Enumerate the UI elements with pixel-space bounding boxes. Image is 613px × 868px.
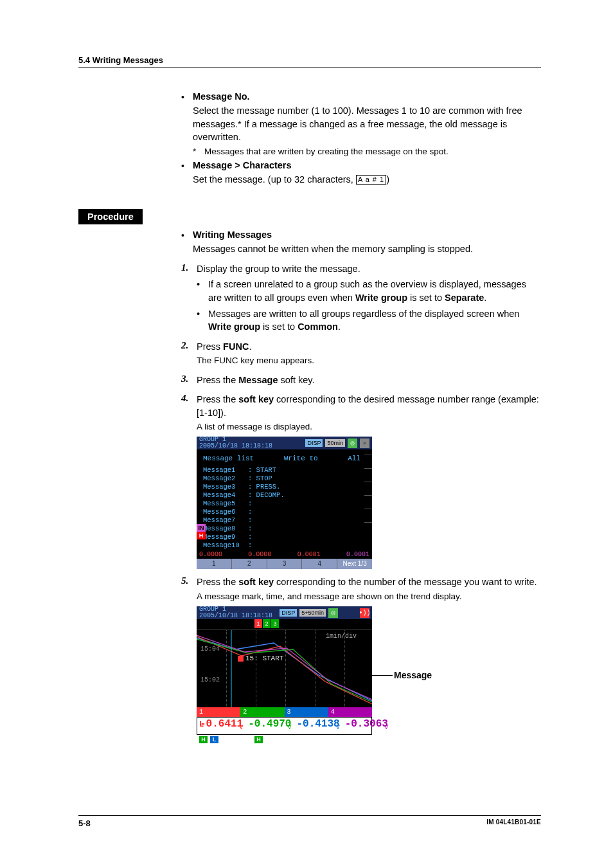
list-item: Message1: START — [203, 466, 368, 475]
titlebar: GROUP 1 2005/10/18 18:18:18 DISP 5+50min… — [197, 606, 372, 619]
screenshot-message-list: GROUP 1 2005/10/18 18:18:18 DISP 50min ◎… — [197, 437, 372, 569]
value-row: 0.0000 0.0000 0.0001 0.0001 — [197, 550, 372, 559]
softkey-next[interactable]: Next 1/3 — [337, 559, 372, 569]
h-badge: H — [254, 736, 263, 743]
step-number: 5. — [181, 575, 197, 602]
in-badge: IN — [197, 524, 206, 532]
step-number: 4. — [181, 393, 197, 433]
footnote-text: Messages that are written by creating th… — [204, 147, 449, 156]
list-item: Message9: — [203, 533, 368, 541]
bullet-icon: • — [197, 278, 208, 304]
bullet-icon: • — [181, 160, 193, 172]
trend-lines — [197, 630, 372, 707]
softkey-row: 1 2 3 4 Next 1/3 — [197, 559, 372, 569]
softkey[interactable]: 3 — [267, 559, 303, 569]
step-5-text: Press the soft key corresponding to the … — [197, 575, 541, 602]
disp-badge: DISP — [305, 439, 323, 447]
list-item: Message7: — [203, 516, 368, 525]
bullet-icon: • — [197, 307, 208, 334]
rec-icon: •)) — [360, 608, 369, 618]
text-message-no: Select the message number (1 to 100). Me… — [193, 104, 541, 144]
heading-message-characters: Message > Characters — [193, 160, 292, 172]
text-writing-messages: Messages cannot be written when the memo… — [193, 242, 541, 256]
bullet-icon: • — [181, 230, 193, 241]
char-mode-box: A a # 1 — [356, 175, 386, 185]
list-item: Message8: — [203, 525, 368, 533]
list-item: Message4: DECOMP. — [203, 491, 368, 500]
procedure-label: Procedure — [78, 209, 143, 224]
tab-row: 1 2 3 — [197, 619, 372, 629]
list-item: Message10: — [203, 541, 368, 550]
softkey[interactable]: 1 — [197, 559, 232, 569]
footnote-mark: * — [193, 147, 204, 156]
trend-area: 1min/div 15:04 15:02 15: START — [197, 629, 372, 707]
span-badge: 50min — [325, 439, 345, 447]
step-4-note: A list of message is displayed. — [197, 420, 541, 433]
screenshot-trend: GROUP 1 2005/10/18 18:18:18 DISP 5+50min… — [197, 606, 372, 744]
step-number: 2. — [181, 340, 197, 367]
step-3-text: Press the Message soft key. — [197, 374, 541, 387]
step-5-note: A message mark, time, and message are sh… — [197, 590, 541, 602]
tab[interactable]: 2 — [263, 619, 271, 628]
hl-row: H L H — [197, 735, 372, 744]
record-icon: ◎ — [348, 439, 357, 448]
step-1-text: Display the group to write the message. — [197, 262, 541, 276]
list-item: Message2: STOP — [203, 475, 368, 483]
col-write-to: Write to — [284, 455, 318, 462]
tab[interactable]: 3 — [271, 619, 279, 628]
section-header: 5.4 Writing Messages — [78, 55, 541, 68]
page-number: 5-8 — [78, 818, 91, 828]
tab[interactable]: 1 — [254, 619, 262, 628]
step-2-text: Press FUNC. The FUNC key menu appears. — [197, 340, 541, 367]
softkey[interactable]: 2 — [232, 559, 267, 569]
h-badge: H — [199, 736, 208, 743]
record-icon: ◎ — [328, 608, 338, 618]
titlebar: GROUP 1 2005/10/18 18:18:18 DISP 50min ◎… — [197, 437, 372, 449]
step-4-text: Press the soft key corresponding to the … — [197, 393, 541, 433]
heading-writing-messages: Writing Messages — [193, 230, 272, 241]
col-all: All — [348, 455, 360, 462]
list-item: Message5: — [203, 500, 368, 508]
callout-line — [372, 675, 393, 676]
span-badge: 5+50min — [299, 609, 326, 617]
step-2-note: The FUNC key menu appears. — [197, 354, 541, 366]
message-list: Message1: START Message2: STOP Message3:… — [200, 466, 368, 550]
status-icon: ✕ — [360, 439, 369, 448]
text-message-characters: Set the message. (up to 32 characters, A… — [193, 173, 541, 186]
callout-message: Message — [394, 670, 432, 680]
value-row: L-0.6411V -0.4970V -0.4138V -0.3063V — [197, 717, 372, 735]
l-badge: L — [210, 736, 218, 743]
disp-badge: DISP — [280, 609, 297, 617]
step-1-sub-1: If a screen unrelated to a group such as… — [208, 278, 541, 304]
step-number: 3. — [181, 374, 197, 387]
bullet-icon: • — [181, 91, 193, 103]
col-message-list: Message list — [203, 455, 254, 462]
channel-header-row: 1 2 3 4 — [197, 707, 372, 717]
softkey[interactable]: 4 — [302, 559, 337, 569]
h-badge: H — [197, 532, 206, 539]
list-item: Message3: PRESS. — [203, 483, 368, 491]
doc-id: IM 04L41B01-01E — [486, 818, 541, 828]
heading-message-no: Message No. — [193, 91, 250, 103]
step-1-sub-2: Messages are written to all groups regar… — [208, 307, 541, 334]
step-number: 1. — [181, 262, 197, 276]
list-item: Message6: — [203, 508, 368, 516]
